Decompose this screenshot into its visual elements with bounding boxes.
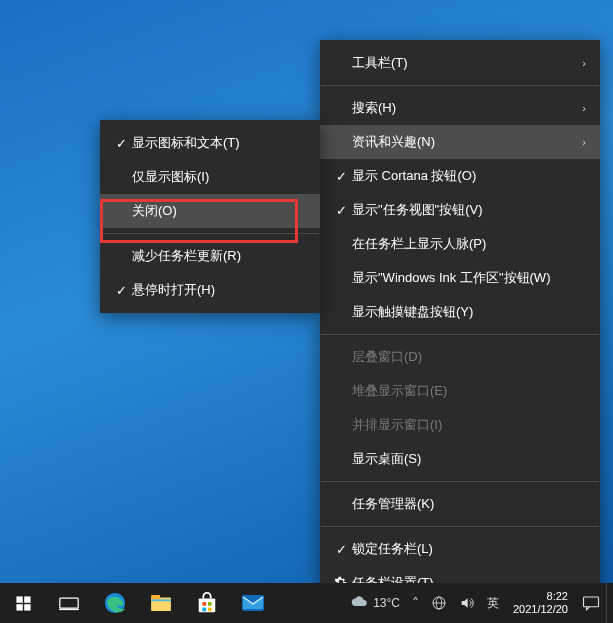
menu-label: 显示触摸键盘按钮(Y) [352, 303, 586, 321]
mail-button[interactable] [230, 583, 276, 623]
menu-item-cortana-button[interactable]: ✓ 显示 Cortana 按钮(O) [320, 159, 600, 193]
taskview-icon [59, 595, 79, 611]
svg-rect-5 [59, 609, 79, 610]
weather-widget[interactable]: 13°C [345, 583, 406, 623]
svg-rect-1 [24, 596, 30, 602]
check-icon: ✓ [330, 169, 352, 184]
svg-rect-14 [208, 608, 212, 612]
menu-label: 任务管理器(K) [352, 495, 586, 513]
menu-label: 层叠窗口(D) [352, 348, 586, 366]
menu-separator [321, 481, 599, 482]
taskbar-right: 13°C ˄ 英 8:22 2021/12/20 [345, 583, 613, 623]
menu-separator [321, 85, 599, 86]
menu-item-ink-workspace[interactable]: 显示"Windows Ink 工作区"按钮(W) [320, 261, 600, 295]
menu-label: 资讯和兴趣(N) [352, 133, 582, 151]
chevron-up-icon: ˄ [412, 595, 419, 611]
ime-label: 英 [487, 595, 499, 612]
submenu-item-open-on-hover[interactable]: ✓ 悬停时打开(H) [100, 273, 320, 307]
menu-item-show-desktop[interactable]: 显示桌面(S) [320, 442, 600, 476]
menu-label: 显示桌面(S) [352, 450, 586, 468]
chevron-right-icon: › [582, 57, 586, 69]
menu-item-sidebyside: 并排显示窗口(I) [320, 408, 600, 442]
weather-icon [351, 594, 369, 612]
menu-item-task-view-button[interactable]: ✓ 显示"任务视图"按钮(V) [320, 193, 600, 227]
taskbar-left [0, 583, 276, 623]
action-center[interactable] [576, 583, 606, 623]
start-button[interactable] [0, 583, 46, 623]
windows-icon [15, 595, 32, 612]
menu-label: 工具栏(T) [352, 54, 582, 72]
check-icon: ✓ [330, 203, 352, 218]
menu-item-toolbars[interactable]: 工具栏(T) › [320, 46, 600, 80]
svg-rect-9 [151, 599, 171, 601]
chevron-right-icon: › [582, 136, 586, 148]
menu-item-news-interests[interactable]: 资讯和兴趣(N) › [320, 125, 600, 159]
tray-chevron[interactable]: ˄ [406, 583, 425, 623]
menu-label: 堆叠显示窗口(E) [352, 382, 586, 400]
network-icon[interactable] [425, 583, 453, 623]
menu-label: 关闭(O) [132, 202, 306, 220]
check-icon: ✓ [330, 542, 352, 557]
menu-item-lock-taskbar[interactable]: ✓ 锁定任务栏(L) [320, 532, 600, 566]
menu-item-search[interactable]: 搜索(H) › [320, 91, 600, 125]
weather-temp: 13°C [373, 596, 400, 610]
menu-label: 搜索(H) [352, 99, 582, 117]
chevron-right-icon: › [582, 102, 586, 114]
speaker-icon [459, 595, 475, 611]
taskbar: 13°C ˄ 英 8:22 2021/12/20 [0, 583, 613, 623]
edge-icon [104, 592, 126, 614]
date-label: 2021/12/20 [513, 603, 568, 616]
menu-item-touch-keyboard[interactable]: 显示触摸键盘按钮(Y) [320, 295, 600, 329]
svg-rect-10 [199, 598, 216, 612]
submenu-item-reduce-updates[interactable]: 减少任务栏更新(R) [100, 239, 320, 273]
menu-label: 悬停时打开(H) [132, 281, 306, 299]
menu-item-cascade: 层叠窗口(D) [320, 340, 600, 374]
store-button[interactable] [184, 583, 230, 623]
store-icon [196, 592, 218, 614]
time-label: 8:22 [513, 590, 568, 603]
menu-label: 锁定任务栏(L) [352, 540, 586, 558]
menu-label: 减少任务栏更新(R) [132, 247, 306, 265]
taskview-button[interactable] [46, 583, 92, 623]
menu-separator [321, 526, 599, 527]
menu-item-stacked: 堆叠显示窗口(E) [320, 374, 600, 408]
notification-icon [582, 595, 600, 611]
menu-separator [321, 334, 599, 335]
menu-label: 显示 Cortana 按钮(O) [352, 167, 586, 185]
menu-label: 显示"Windows Ink 工作区"按钮(W) [352, 269, 586, 287]
svg-rect-19 [584, 597, 599, 607]
taskbar-context-menu: 工具栏(T) › 搜索(H) › 资讯和兴趣(N) › ✓ 显示 Cortana… [320, 40, 600, 606]
menu-label: 在任务栏上显示人脉(P) [352, 235, 586, 253]
svg-rect-0 [16, 596, 22, 602]
menu-separator [101, 233, 319, 234]
ime-indicator[interactable]: 英 [481, 583, 505, 623]
edge-button[interactable] [92, 583, 138, 623]
show-desktop-button[interactable] [606, 583, 613, 623]
menu-label: 显示图标和文本(T) [132, 134, 306, 152]
svg-rect-11 [202, 602, 206, 606]
svg-rect-3 [24, 604, 30, 610]
globe-icon [431, 595, 447, 611]
submenu-item-icon-only[interactable]: 仅显示图标(I) [100, 160, 320, 194]
svg-rect-2 [16, 604, 22, 610]
news-interests-submenu: ✓ 显示图标和文本(T) 仅显示图标(I) 关闭(O) 减少任务栏更新(R) ✓… [100, 120, 320, 313]
clock[interactable]: 8:22 2021/12/20 [505, 590, 576, 616]
svg-rect-12 [208, 602, 212, 606]
menu-label: 并排显示窗口(I) [352, 416, 586, 434]
menu-item-task-manager[interactable]: 任务管理器(K) [320, 487, 600, 521]
submenu-item-icon-text[interactable]: ✓ 显示图标和文本(T) [100, 126, 320, 160]
explorer-button[interactable] [138, 583, 184, 623]
check-icon: ✓ [110, 283, 132, 298]
volume-icon[interactable] [453, 583, 481, 623]
menu-label: 仅显示图标(I) [132, 168, 306, 186]
submenu-item-off[interactable]: 关闭(O) [100, 194, 320, 228]
svg-rect-13 [202, 608, 206, 612]
check-icon: ✓ [110, 136, 132, 151]
svg-rect-8 [151, 595, 160, 600]
mail-icon [241, 594, 265, 612]
menu-label: 显示"任务视图"按钮(V) [352, 201, 586, 219]
menu-item-people[interactable]: 在任务栏上显示人脉(P) [320, 227, 600, 261]
folder-icon [150, 594, 172, 612]
svg-rect-4 [60, 598, 78, 608]
